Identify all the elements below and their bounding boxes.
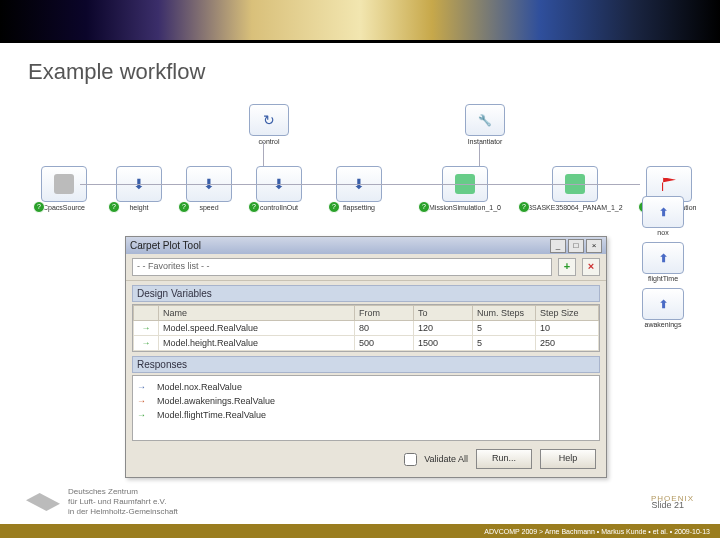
slide-title: Example workflow: [0, 43, 720, 101]
arrow-right-icon: →: [137, 380, 151, 394]
node-speed[interactable]: ⬇? speed: [180, 166, 238, 211]
arrow-right-icon: →: [134, 321, 159, 336]
col-to: To: [414, 306, 473, 321]
loop-icon: ↻: [263, 112, 275, 128]
add-favorite-button[interactable]: +: [558, 258, 576, 276]
node-flapsetting[interactable]: ⬇? flapsetting: [330, 166, 388, 211]
minimize-button[interactable]: _: [550, 239, 566, 253]
arrow-up-icon: ⬆: [659, 298, 668, 311]
design-variables-grid[interactable]: Name From To Num. Steps Step Size → Mode…: [132, 304, 600, 352]
col-from: From: [355, 306, 414, 321]
validate-all-input[interactable]: [404, 453, 417, 466]
list-item[interactable]: →Model.awakenings.RealValue: [137, 394, 595, 408]
maximize-button[interactable]: □: [568, 239, 584, 253]
list-item[interactable]: →Model.nox.RealValue: [137, 380, 595, 394]
node-height[interactable]: ⬇? height: [110, 166, 168, 211]
section-design-variables: Design Variables: [132, 285, 600, 302]
node-missionsim[interactable]: ? MissionSimulation_1_0: [420, 166, 510, 211]
connector: [263, 142, 264, 166]
node-flighttime[interactable]: ⬆ flightTime: [634, 242, 692, 282]
slide-body: ↻ control 🔧 Instantiator ? CpacsSource ⬇…: [0, 96, 720, 476]
top-banner: [0, 0, 720, 43]
close-button[interactable]: ×: [586, 239, 602, 253]
favorites-dropdown[interactable]: - - Favorites list - -: [132, 258, 552, 276]
database-icon: [54, 174, 74, 194]
list-item[interactable]: →Model.flightTime.RealValue: [137, 408, 595, 422]
dlr-logo-icon: [26, 493, 60, 511]
node-cpacssource[interactable]: ? CpacsSource: [35, 166, 93, 211]
node-awakenings[interactable]: ⬆ awakenings: [634, 288, 692, 328]
section-responses: Responses: [132, 356, 600, 373]
wrench-icon: 🔧: [478, 114, 492, 127]
affiliation: Deutsches Zentrum für Luft- und Raumfahr…: [26, 487, 178, 517]
arrow-right-icon: →: [137, 394, 151, 408]
dialog-toolbar: - - Favorites list - - + ×: [126, 254, 606, 281]
validate-all-checkbox[interactable]: Validate All: [400, 450, 468, 469]
table-row[interactable]: → Model.height.RealValue 500 1500 5 250: [134, 336, 599, 351]
dialog-titlebar[interactable]: Carpet Plot Tool _ □ ×: [126, 237, 606, 254]
table-row[interactable]: → Model.speed.RealValue 80 120 5 10: [134, 321, 599, 336]
workflow-canvas: ↻ control 🔧 Instantiator ? CpacsSource ⬇…: [20, 104, 700, 224]
carpet-plot-dialog: Carpet Plot Tool _ □ × - - Favorites lis…: [125, 236, 607, 478]
help-button[interactable]: Help: [540, 449, 596, 469]
flag-icon: [662, 177, 676, 191]
col-numsteps: Num. Steps: [473, 306, 536, 321]
connector: [80, 184, 640, 185]
responses-list[interactable]: →Model.nox.RealValue →Model.awakenings.R…: [132, 375, 600, 441]
arrow-up-icon: ⬆: [659, 252, 668, 265]
node-panam[interactable]: ? BSASKE358064_PANAM_1_2: [520, 166, 630, 211]
run-button[interactable]: Run...: [476, 449, 532, 469]
node-control[interactable]: ↻ control: [240, 104, 298, 145]
node-instantiator[interactable]: 🔧 Instantiator: [456, 104, 514, 145]
slide-footer: Deutsches Zentrum für Luft- und Raumfahr…: [0, 480, 720, 540]
arrow-up-icon: ⬆: [659, 206, 668, 219]
arrow-right-icon: →: [134, 336, 159, 351]
node-nox[interactable]: ⬆ nox: [634, 196, 692, 236]
slide-number: Slide 21: [651, 500, 684, 510]
connector: [479, 142, 480, 166]
remove-favorite-button[interactable]: ×: [582, 258, 600, 276]
node-controlinout[interactable]: ⬇? controlInOut: [250, 166, 308, 211]
dialog-footer: Validate All Run... Help: [126, 443, 606, 477]
dialog-title: Carpet Plot Tool: [130, 240, 201, 251]
arrow-right-icon: →: [137, 408, 151, 422]
output-stack: ⬆ nox ⬆ flightTime ⬆ awakenings: [634, 196, 700, 334]
footer-bar: ADVCOMP 2009 > Arne Bachmann • Markus Ku…: [0, 524, 720, 538]
col-name: Name: [159, 306, 355, 321]
col-stepsize: Step Size: [536, 306, 599, 321]
ok-badge: ?: [33, 201, 45, 213]
